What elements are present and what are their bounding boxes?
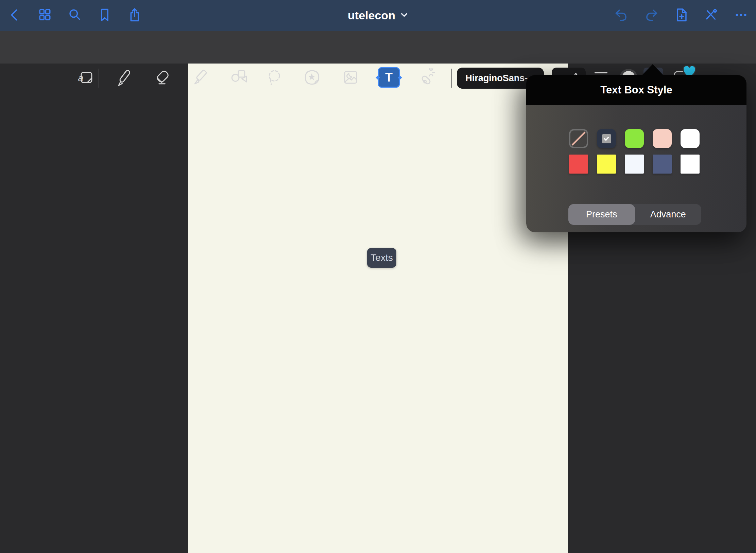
- eraser-icon: [152, 67, 173, 89]
- swatch-white-2[interactable]: [681, 155, 700, 174]
- tools-toolbar: a: [0, 31, 756, 64]
- convert-text-tool[interactable]: a: [75, 67, 97, 89]
- add-page-icon: [673, 7, 689, 24]
- laser-pointer-tool[interactable]: [415, 67, 437, 89]
- more-button[interactable]: [734, 8, 749, 23]
- swatch-slate-blue[interactable]: [653, 155, 672, 174]
- chevron-down-icon[interactable]: [400, 11, 408, 20]
- swatch-salmon[interactable]: [653, 129, 672, 148]
- add-page-button[interactable]: [674, 8, 689, 23]
- swatch-no-fill[interactable]: [569, 129, 588, 148]
- slash-icon: [570, 130, 587, 147]
- checkbox-icon: [602, 134, 611, 143]
- tab-presets[interactable]: Presets: [568, 204, 635, 225]
- swatch-yellow[interactable]: [597, 155, 616, 174]
- svg-text:a: a: [78, 73, 84, 83]
- popover-arrow: [642, 64, 664, 75]
- undo-button[interactable]: [614, 8, 629, 23]
- swatch-checkbox-style[interactable]: [597, 129, 616, 148]
- pen-disable-button[interactable]: [704, 8, 719, 23]
- laser-pointer-icon: [416, 67, 436, 89]
- eraser-tool[interactable]: [152, 67, 173, 89]
- swatch-light-blue[interactable]: [625, 155, 644, 174]
- popover-header: Text Box Style: [526, 75, 746, 105]
- swatch-white[interactable]: [681, 129, 700, 148]
- canvas-textbox[interactable]: Texts: [367, 248, 396, 268]
- pen-disable-icon: [703, 7, 719, 24]
- highlighter-tool[interactable]: [190, 67, 211, 89]
- sticker-icon: [302, 67, 322, 89]
- image-tool[interactable]: [340, 67, 361, 89]
- swatch-row-2: [569, 155, 700, 174]
- toolbar-separator: [99, 69, 99, 88]
- presets-advance-segmented-control: Presets Advance: [568, 204, 701, 225]
- toolbar-separator: [451, 69, 452, 88]
- page-canvas[interactable]: [188, 64, 568, 553]
- text-tool-selected[interactable]: T: [378, 67, 400, 88]
- swatch-row-1: [569, 129, 700, 148]
- document-title[interactable]: utelecon: [348, 9, 395, 22]
- redo-icon: [643, 7, 659, 24]
- nav-right-group: [614, 0, 749, 31]
- pen-icon: [114, 67, 134, 89]
- image-icon: [340, 67, 361, 89]
- more-icon: [733, 7, 749, 24]
- undo-icon: [614, 7, 629, 24]
- convert-text-icon: a: [76, 67, 96, 89]
- text-tool-icon: T: [385, 70, 393, 85]
- popover-title: Text Box Style: [600, 84, 672, 96]
- sticker-tool[interactable]: [301, 67, 323, 89]
- lasso-tool[interactable]: [264, 67, 286, 89]
- popover-body: Presets Advance: [526, 105, 746, 232]
- highlighter-icon: [190, 67, 211, 89]
- top-navigation-bar: utelecon: [0, 0, 756, 31]
- shapes-tool[interactable]: [228, 67, 250, 89]
- text-box-style-popover: Text Box Style Presets Advance: [526, 75, 746, 232]
- redo-button[interactable]: [644, 8, 659, 23]
- canvas-textbox-label: Texts: [371, 252, 393, 263]
- lasso-icon: [264, 67, 285, 89]
- pen-tool[interactable]: [113, 67, 135, 89]
- swatch-red[interactable]: [569, 155, 588, 174]
- tab-advance[interactable]: Advance: [635, 204, 702, 225]
- swatch-green[interactable]: [625, 129, 644, 148]
- font-name-label: HiraginoSans-...: [465, 73, 535, 84]
- shapes-icon: [228, 67, 249, 89]
